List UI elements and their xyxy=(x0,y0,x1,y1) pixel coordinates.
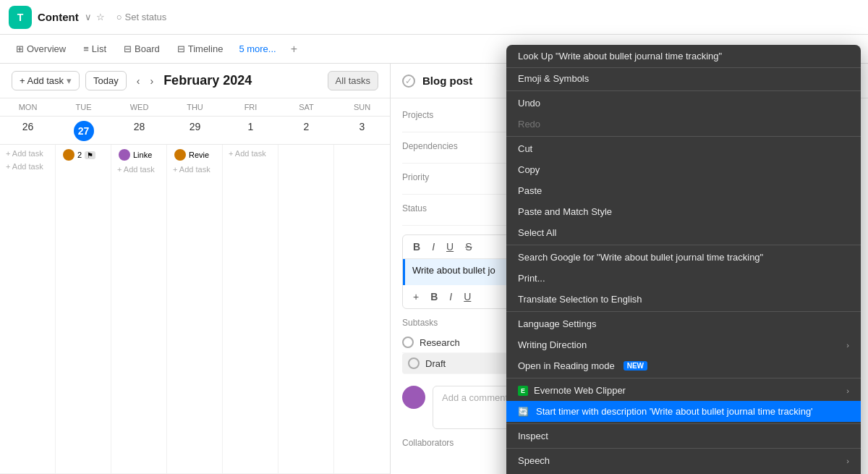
project-name: Content xyxy=(38,11,79,23)
cal-cell-sun xyxy=(334,145,390,474)
evernote-icon: E xyxy=(518,386,528,396)
tab-more[interactable]: 5 more... xyxy=(233,41,281,57)
add-task-fri[interactable]: + Add task xyxy=(226,148,275,159)
day-header-thu: THU xyxy=(167,98,223,116)
calendar-section: + Add task ▾ Today ‹ › February 2024 All… xyxy=(0,64,391,474)
day-28: 28 xyxy=(111,117,167,144)
avatar-wed xyxy=(119,149,130,161)
task-pill-thu[interactable]: Revie xyxy=(170,148,219,162)
subtask-draft-name: Draft xyxy=(425,358,446,369)
calendar-body: + Add task + Add task 2 ⚑ Linke + Add ta… xyxy=(0,145,390,474)
italic-button[interactable]: I xyxy=(429,240,438,254)
cal-cell-thu: Revie + Add task xyxy=(167,145,223,474)
app-logo-label: T xyxy=(17,12,24,23)
task-pill-tue[interactable]: 2 ⚑ xyxy=(59,148,108,162)
add-task-mon-2[interactable]: + Add task xyxy=(3,161,52,172)
timeline-icon: ⊟ xyxy=(177,43,185,54)
task-count-badge: ⚑ xyxy=(85,151,95,159)
app-logo: T xyxy=(9,6,32,29)
comment-avatar xyxy=(402,386,425,409)
cal-cell-fri: + Add task xyxy=(223,145,278,474)
cal-cell-tue: 2 ⚑ xyxy=(56,145,111,474)
ctx-start-timer[interactable]: 🔄 Start timer with description 'Write ab… xyxy=(506,401,861,422)
board-icon: ⊟ xyxy=(124,43,132,54)
strikethrough-button[interactable]: S xyxy=(462,240,475,254)
day-header-sun: SUN xyxy=(334,98,390,116)
ctx-cut[interactable]: Cut xyxy=(506,138,861,159)
list-icon: ≡ xyxy=(83,43,89,54)
day-numbers: 26 27 28 29 1 2 3 xyxy=(0,117,390,145)
tab-board[interactable]: ⊟ Board xyxy=(116,41,167,57)
day-3: 3 xyxy=(334,117,390,144)
tab-overview[interactable]: ⊞ Overview xyxy=(9,41,73,57)
ctx-translate[interactable]: Translate Selection to English xyxy=(506,289,861,310)
bold-action-button[interactable]: B xyxy=(427,289,441,304)
add-task-wed[interactable]: + Add task xyxy=(114,164,163,175)
day-header-fri: FRI xyxy=(223,98,278,116)
prev-month-button[interactable]: ‹ xyxy=(132,72,145,90)
ctx-print[interactable]: Print... xyxy=(506,268,861,289)
day-2: 2 xyxy=(278,117,334,144)
cal-cell-wed: Linke + Add task xyxy=(111,145,167,474)
subtask-draft-check[interactable] xyxy=(408,357,420,369)
subtask-research-name: Research xyxy=(420,337,460,348)
top-bar: T Content ∨ ☆ ○ Set status xyxy=(0,0,868,35)
task-title: Blog post xyxy=(422,75,472,87)
task-complete-checkbox[interactable]: ✓ xyxy=(402,75,415,88)
ctx-reading-mode[interactable]: Open in Reading mode NEW xyxy=(506,355,861,376)
ctx-evernote[interactable]: E Evernote Web Clipper › xyxy=(506,380,861,401)
all-tasks-filter[interactable]: All tasks xyxy=(328,71,378,90)
day-header-wed: WED xyxy=(111,98,167,116)
new-badge: NEW xyxy=(624,361,647,371)
today-button[interactable]: Today xyxy=(85,71,127,90)
speech-arrow-icon: › xyxy=(846,457,849,465)
add-task-button[interactable]: + Add task ▾ xyxy=(12,71,80,90)
star-icon[interactable]: ☆ xyxy=(96,12,105,22)
dropdown-icon[interactable]: ∨ xyxy=(85,12,92,22)
cal-cell-mon: + Add task + Add task xyxy=(0,145,56,474)
add-task-mon[interactable]: + Add task xyxy=(3,148,52,159)
set-status-button[interactable]: ○ Set status xyxy=(116,12,167,22)
ctx-paste[interactable]: Paste xyxy=(506,180,861,201)
ctx-language-settings[interactable]: Language Settings xyxy=(506,313,861,334)
tab-list[interactable]: ≡ List xyxy=(76,41,114,57)
ctx-inspect[interactable]: Inspect xyxy=(506,426,861,447)
ctx-writing-direction[interactable]: Writing Direction › xyxy=(506,334,861,355)
ctx-emoji-label: Emoji & Symbols xyxy=(518,73,589,84)
task-pill-wed[interactable]: Linke xyxy=(114,148,163,162)
day-29: 29 xyxy=(167,117,223,144)
day-header-mon: MON xyxy=(0,98,56,116)
overview-icon: ⊞ xyxy=(16,43,24,54)
italic-action-button[interactable]: I xyxy=(446,289,455,304)
submenu-arrow-icon: › xyxy=(846,341,849,350)
ctx-redo: Redo xyxy=(506,114,861,135)
day-header-tue: TUE xyxy=(56,98,111,116)
day-27-today: 27 xyxy=(56,117,111,144)
ctx-autofill[interactable]: AutoFill › xyxy=(506,471,861,474)
task-label-wed: Linke xyxy=(133,151,152,159)
day-headers: MON TUE WED THU FRI SAT SUN xyxy=(0,98,390,117)
nav-arrows: ‹ › xyxy=(132,72,158,90)
day-1: 1 xyxy=(223,117,278,144)
timer-ctx-icon: 🔄 xyxy=(518,407,529,417)
ctx-copy[interactable]: Copy xyxy=(506,159,861,180)
underline-action-button[interactable]: U xyxy=(461,289,474,304)
context-menu: Look Up "Write about bullet journal time… xyxy=(506,45,861,474)
context-menu-title: Look Up "Write about bullet journal time… xyxy=(506,45,861,68)
next-month-button[interactable]: › xyxy=(145,72,158,90)
add-task-thu[interactable]: + Add task xyxy=(170,164,219,175)
check-icon: ✓ xyxy=(405,76,412,86)
underline-button[interactable]: U xyxy=(443,240,456,254)
tab-timeline[interactable]: ⊟ Timeline xyxy=(170,41,231,57)
add-block-button[interactable]: + xyxy=(410,289,422,304)
add-tab-button[interactable]: + xyxy=(285,40,303,59)
ctx-select-all[interactable]: Select All xyxy=(506,222,861,243)
ctx-undo[interactable]: Undo xyxy=(506,93,861,114)
subtask-research-check[interactable] xyxy=(402,337,414,348)
ctx-speech[interactable]: Speech › xyxy=(506,450,861,471)
ctx-paste-match[interactable]: Paste and Match Style xyxy=(506,201,861,222)
ctx-emoji-symbols[interactable]: Emoji & Symbols xyxy=(506,68,861,89)
ctx-search-google[interactable]: Search Google for "Write about bullet jo… xyxy=(506,247,861,268)
day-26: 26 xyxy=(0,117,56,144)
bold-button[interactable]: B xyxy=(410,240,423,254)
